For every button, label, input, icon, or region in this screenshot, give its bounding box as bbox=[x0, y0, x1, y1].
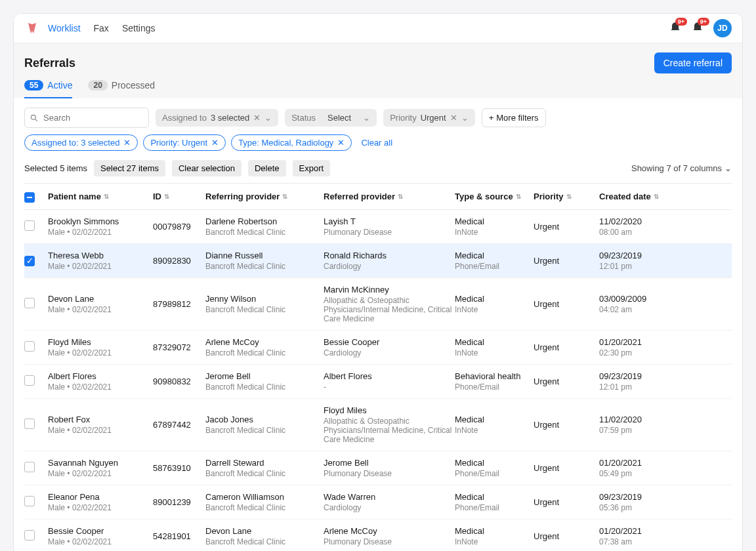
referral-id: 89092830 bbox=[153, 256, 205, 266]
filter-status[interactable]: Status Select ⌄ bbox=[285, 109, 377, 127]
table-row[interactable]: Floyd MilesMale • 02/02/202187329072Arle… bbox=[24, 331, 732, 365]
col-id[interactable]: ID⇅ bbox=[153, 192, 205, 201]
referring-provider: Cameron Williamson bbox=[205, 492, 324, 502]
svg-point-0 bbox=[31, 115, 35, 119]
referred-specialty: Allopathic & Osteopathic Physicians/Inte… bbox=[324, 296, 455, 323]
patient-demo: Male • 02/02/2021 bbox=[48, 537, 153, 546]
row-checkbox[interactable] bbox=[24, 298, 35, 308]
tab-label: Processed bbox=[112, 80, 155, 91]
table-row[interactable]: Albert FloresMale • 02/02/202190980832Je… bbox=[24, 365, 732, 399]
col-referred-provider[interactable]: Referred provider⇅ bbox=[324, 192, 455, 201]
close-icon[interactable]: ✕ bbox=[123, 138, 131, 148]
more-filters-button[interactable]: + More filters bbox=[482, 108, 546, 127]
row-checkbox[interactable] bbox=[24, 462, 35, 472]
created-time: 04:02 am bbox=[599, 305, 678, 314]
col-priority[interactable]: Priority⇅ bbox=[534, 192, 599, 201]
row-checkbox[interactable] bbox=[24, 496, 35, 506]
row-checkbox[interactable] bbox=[24, 530, 35, 541]
referring-provider: Darrell Steward bbox=[205, 458, 324, 468]
filter-chip[interactable]: Assigned to: 3 selected✕ bbox=[24, 134, 138, 151]
search-input[interactable] bbox=[24, 108, 149, 128]
sort-icon: ⇅ bbox=[104, 193, 109, 200]
referred-specialty: Cardiology bbox=[324, 262, 455, 271]
notification-badge: 9+ bbox=[675, 18, 687, 26]
export-button[interactable]: Export bbox=[293, 160, 331, 176]
table-row[interactable]: ✓Theresa WebbMale • 02/02/202189092830Di… bbox=[24, 244, 732, 278]
col-created-date[interactable]: Created date⇅ bbox=[599, 192, 678, 201]
referral-type: Medical bbox=[455, 337, 534, 347]
referral-source: InNote bbox=[455, 348, 534, 357]
notification-bell-1[interactable]: 9+ bbox=[669, 20, 684, 36]
nav-item-settings[interactable]: Settings bbox=[122, 23, 156, 33]
close-icon[interactable]: ✕ bbox=[211, 138, 219, 148]
table-header: Patient name⇅ ID⇅ Referring provider⇅ Re… bbox=[24, 184, 732, 210]
row-checkbox[interactable] bbox=[24, 341, 35, 352]
created-date: 03/009/2009 bbox=[599, 294, 678, 304]
user-avatar[interactable]: JD bbox=[713, 19, 732, 37]
tab-processed[interactable]: 20Processed bbox=[88, 80, 155, 98]
filter-assigned-to[interactable]: Assigned to 3 selected ✕ ⌄ bbox=[156, 109, 278, 127]
row-checkbox[interactable] bbox=[24, 375, 35, 386]
table-row[interactable]: Eleanor PenaMale • 02/02/202189001239Cam… bbox=[24, 485, 732, 520]
search-icon bbox=[30, 113, 39, 123]
close-icon[interactable]: ✕ bbox=[337, 138, 345, 148]
referral-id: 87989812 bbox=[153, 299, 205, 309]
tab-active[interactable]: 55Active bbox=[24, 80, 72, 98]
columns-toggle[interactable]: Showing 7 of 7 columns ⌄ bbox=[631, 163, 732, 173]
table-row[interactable]: Robert FoxMale • 02/02/202167897442Jacob… bbox=[24, 399, 732, 451]
row-checkbox[interactable] bbox=[24, 220, 35, 231]
delete-button[interactable]: Delete bbox=[248, 160, 286, 176]
clear-all-link[interactable]: Clear all bbox=[361, 138, 392, 148]
row-checkbox[interactable] bbox=[24, 418, 35, 429]
table-row[interactable]: Savannah NguyenMale • 02/02/202158763910… bbox=[24, 451, 732, 485]
patient-name: Bessie Cooper bbox=[48, 526, 153, 536]
referral-source: Phone/Email bbox=[455, 469, 534, 478]
priority: Urgent bbox=[534, 342, 599, 352]
patient-name: Albert Flores bbox=[48, 371, 153, 381]
referred-specialty: Allopathic & Osteopathic Physicians/Inte… bbox=[324, 417, 455, 444]
referring-provider: Darlene Robertson bbox=[205, 216, 324, 226]
referral-source: Phone/Email bbox=[455, 382, 534, 392]
patient-name: Theresa Webb bbox=[48, 251, 153, 260]
created-date: 09/23/2019 bbox=[599, 492, 678, 502]
referred-specialty: Cardiology bbox=[324, 348, 455, 357]
referred-provider: Ronald Richards bbox=[324, 251, 455, 260]
priority: Urgent bbox=[534, 299, 599, 309]
app-logo bbox=[24, 20, 40, 36]
table-row[interactable]: Brooklyn SimmonsMale • 02/02/20210007987… bbox=[24, 210, 732, 244]
patient-demo: Male • 02/02/2021 bbox=[48, 469, 153, 478]
filter-chip[interactable]: Type: Medical, Radiology✕ bbox=[231, 134, 352, 151]
sort-icon: ⇅ bbox=[164, 193, 169, 200]
created-time: 08:00 am bbox=[599, 228, 678, 237]
notification-bell-2[interactable]: 9+ bbox=[691, 20, 707, 36]
select-all-checkbox[interactable] bbox=[24, 192, 35, 203]
nav-item-worklist[interactable]: Worklist bbox=[48, 23, 81, 33]
referring-provider: Jerome Bell bbox=[205, 371, 324, 381]
col-type-source[interactable]: Type & source⇅ bbox=[455, 192, 534, 201]
referred-provider: Layish T bbox=[324, 216, 455, 226]
close-icon[interactable]: ✕ bbox=[450, 113, 457, 123]
nav-item-fax[interactable]: Fax bbox=[94, 23, 109, 33]
referral-id: 87329072 bbox=[153, 342, 205, 352]
referring-clinic: Bancroft Medical Clinic bbox=[205, 305, 324, 314]
row-checkbox[interactable]: ✓ bbox=[24, 256, 35, 266]
col-patient-name[interactable]: Patient name⇅ bbox=[48, 192, 153, 201]
col-referring-provider[interactable]: Referring provider⇅ bbox=[205, 192, 324, 201]
close-icon[interactable]: ✕ bbox=[253, 113, 261, 123]
select-all-button[interactable]: Select 27 items bbox=[94, 160, 165, 176]
clear-selection-button[interactable]: Clear selection bbox=[172, 160, 242, 176]
chevron-down-icon: ⌄ bbox=[461, 113, 469, 123]
tab-count: 55 bbox=[24, 80, 43, 91]
referring-clinic: Bancroft Medical Clinic bbox=[205, 503, 324, 512]
create-referral-button[interactable]: Create referral bbox=[654, 52, 732, 73]
table-row[interactable]: Bessie CooperMale • 02/02/202154281901De… bbox=[24, 520, 732, 551]
referral-type: Behavioral health bbox=[455, 371, 534, 381]
created-date: 01/20/2021 bbox=[599, 458, 678, 468]
table-row[interactable]: Devon LaneMale • 02/02/202187989812Jenny… bbox=[24, 278, 732, 331]
filter-priority[interactable]: Priority Urgent ✕ ⌄ bbox=[383, 109, 474, 127]
filter-chip[interactable]: Priority: Urgent✕ bbox=[143, 134, 226, 151]
patient-demo: Male • 02/02/2021 bbox=[48, 426, 153, 435]
referring-clinic: Bancroft Medical Clinic bbox=[205, 228, 324, 237]
referred-provider: Wade Warren bbox=[324, 492, 455, 502]
created-time: 05:36 pm bbox=[599, 503, 678, 512]
